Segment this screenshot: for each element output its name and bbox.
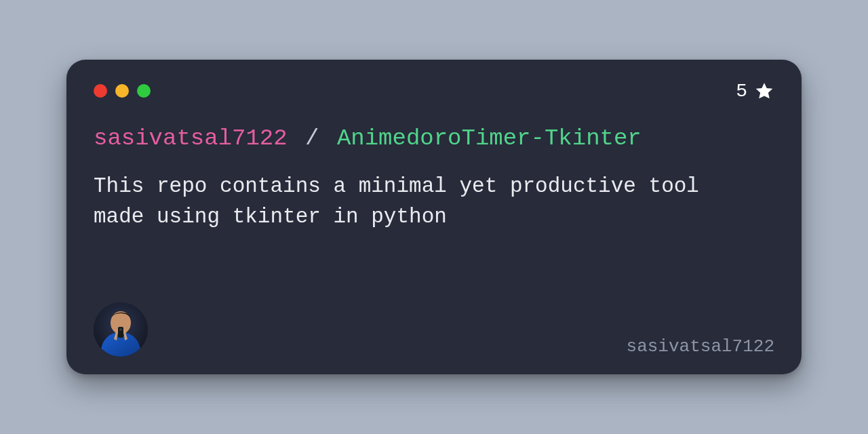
svg-point-3 [119, 328, 122, 331]
minimize-icon[interactable] [115, 84, 129, 98]
maximize-icon[interactable] [137, 84, 151, 98]
star-icon [754, 81, 774, 101]
repo-description: This repo contains a minimal yet product… [94, 172, 717, 233]
traffic-lights [94, 84, 151, 98]
avatar[interactable] [94, 302, 148, 357]
repo-title: sasivatsal7122 / AnimedoroTimer-Tkinter [94, 125, 774, 153]
star-count-value: 5 [736, 81, 747, 102]
owner-handle[interactable]: sasivatsal7122 [627, 336, 774, 357]
topbar: 5 [94, 81, 774, 100]
title-separator: / [305, 125, 319, 151]
card-footer: sasivatsal7122 [94, 302, 774, 357]
close-icon[interactable] [94, 84, 107, 98]
repo-card: 5 sasivatsal7122 / AnimedoroTimer-Tkinte… [66, 60, 802, 374]
star-count: 5 [736, 81, 774, 102]
repo-owner[interactable]: sasivatsal7122 [94, 125, 288, 151]
repo-name[interactable]: AnimedoroTimer-Tkinter [337, 125, 642, 151]
